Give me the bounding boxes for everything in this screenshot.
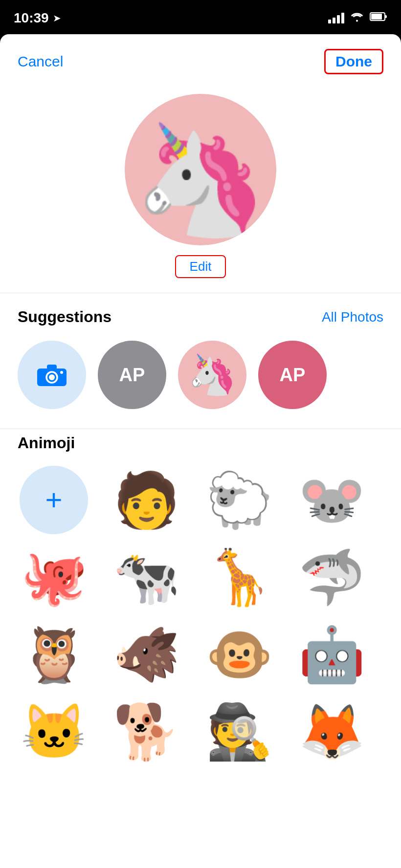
main-sheet: Cancel Done 🦄 Edit Suggestions All Photo… bbox=[0, 34, 401, 868]
animoji-fox[interactable]: 🦊 bbox=[296, 695, 368, 768]
sheep-icon: 🐑 bbox=[206, 473, 273, 527]
suggestion-camera[interactable] bbox=[18, 341, 86, 409]
dog-icon: 🐕 bbox=[113, 705, 180, 759]
time-display: 10:39 bbox=[14, 10, 49, 26]
animoji-spy[interactable]: 🕵️ bbox=[203, 695, 275, 768]
fox-icon: 🦊 bbox=[298, 705, 365, 759]
camera-icon bbox=[36, 359, 67, 391]
status-icons bbox=[328, 11, 387, 25]
edit-button[interactable]: Edit bbox=[175, 255, 226, 278]
add-circle: + bbox=[20, 466, 88, 534]
animoji-sheep[interactable]: 🐑 bbox=[203, 464, 275, 536]
animoji-dog[interactable]: 🐕 bbox=[111, 695, 183, 768]
robot-icon: 🤖 bbox=[298, 628, 365, 681]
cancel-button[interactable]: Cancel bbox=[18, 53, 63, 70]
wifi-icon bbox=[350, 11, 364, 25]
location-icon: ➤ bbox=[53, 12, 61, 24]
animoji-shark[interactable]: 🦈 bbox=[296, 541, 368, 613]
animoji-cow[interactable]: 🐄 bbox=[111, 541, 183, 613]
animoji-add-button[interactable]: + bbox=[18, 464, 90, 536]
person-memoji-icon: 🧑 bbox=[113, 473, 180, 527]
animoji-owl[interactable]: 🦉 bbox=[18, 618, 90, 691]
cow-icon: 🐄 bbox=[113, 550, 180, 604]
animoji-boar[interactable]: 🐗 bbox=[111, 618, 183, 691]
owl-icon: 🦉 bbox=[21, 628, 88, 681]
plus-icon: + bbox=[45, 485, 62, 515]
monkey-icon: 🐵 bbox=[206, 628, 273, 681]
header: Cancel Done bbox=[0, 34, 401, 84]
cat-icon: 🐱 bbox=[21, 705, 88, 759]
animoji-section: Animoji + 🧑 🐑 🐭 🐙 bbox=[0, 429, 401, 778]
animoji-person[interactable]: 🧑 bbox=[111, 464, 183, 536]
suggestions-header: Suggestions All Photos bbox=[0, 293, 401, 336]
avatar-circle: 🦄 bbox=[125, 94, 276, 245]
svg-point-5 bbox=[49, 374, 55, 380]
initials-pink-label: AP bbox=[280, 365, 306, 386]
suggestion-unicorn[interactable]: 🦄 bbox=[178, 341, 246, 409]
unicorn-small-icon: 🦄 bbox=[188, 355, 237, 394]
animoji-robot[interactable]: 🤖 bbox=[296, 618, 368, 691]
all-photos-link[interactable]: All Photos bbox=[322, 309, 383, 325]
unicorn-avatar: 🦄 bbox=[134, 126, 268, 233]
animoji-cat[interactable]: 🐱 bbox=[18, 695, 90, 768]
done-button[interactable]: Done bbox=[324, 49, 383, 74]
avatar-section: 🦄 Edit bbox=[0, 84, 401, 293]
animoji-giraffe[interactable]: 🦒 bbox=[203, 541, 275, 613]
shark-icon: 🦈 bbox=[298, 550, 365, 604]
spy-icon: 🕵️ bbox=[206, 705, 273, 759]
status-time: 10:39 ➤ bbox=[14, 10, 61, 26]
battery-icon bbox=[370, 12, 387, 24]
signal-icon bbox=[328, 13, 344, 23]
status-bar: 10:39 ➤ bbox=[0, 0, 401, 34]
suggestion-initials-pink[interactable]: AP bbox=[258, 341, 327, 409]
giraffe-icon: 🦒 bbox=[206, 550, 273, 604]
animoji-grid: + 🧑 🐑 🐭 🐙 🐄 bbox=[18, 464, 383, 768]
svg-point-7 bbox=[60, 371, 63, 374]
mouse-icon: 🐭 bbox=[298, 473, 365, 527]
svg-rect-1 bbox=[371, 14, 382, 20]
suggestions-row: AP 🦄 AP bbox=[0, 336, 401, 429]
animoji-monkey[interactable]: 🐵 bbox=[203, 618, 275, 691]
suggestion-initials-gray[interactable]: AP bbox=[98, 341, 166, 409]
initials-gray-label: AP bbox=[119, 365, 145, 386]
animoji-title: Animoji bbox=[18, 434, 383, 452]
svg-rect-2 bbox=[385, 15, 387, 18]
boar-icon: 🐗 bbox=[113, 628, 180, 681]
animoji-octopus[interactable]: 🐙 bbox=[18, 541, 90, 613]
svg-rect-6 bbox=[47, 365, 57, 369]
animoji-mouse[interactable]: 🐭 bbox=[296, 464, 368, 536]
octopus-icon: 🐙 bbox=[21, 550, 88, 604]
suggestions-title: Suggestions bbox=[18, 308, 111, 326]
